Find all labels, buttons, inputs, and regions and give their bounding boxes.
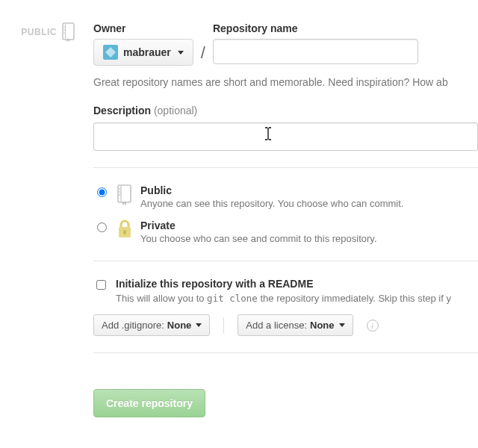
separator-slash: / [201,43,205,63]
lock-icon [117,220,133,241]
readme-checkbox[interactable] [96,280,106,290]
optional-label: (optional) [154,105,197,116]
svg-point-2 [63,26,65,28]
owner-avatar-icon [103,45,118,60]
svg-point-7 [119,188,120,190]
chevron-down-icon [178,51,184,55]
info-icon[interactable]: i [367,320,379,332]
owner-selected: mabrauer [123,46,171,58]
svg-rect-11 [123,230,125,234]
readme-label: Initialize this repository with a README [116,278,313,290]
svg-point-9 [119,194,120,196]
visibility-public-option[interactable]: Public Anyone can see this repository. Y… [93,184,478,209]
repo-icon [61,22,76,42]
svg-rect-0 [63,23,74,40]
name-hint: Great repository names are short and mem… [93,76,478,88]
chevron-down-icon [196,323,202,327]
divider [93,261,478,261]
owner-label: Owner [93,22,193,34]
public-desc: Anyone can see this repository. You choo… [140,198,403,209]
license-select[interactable]: Add a license: None [238,314,353,336]
owner-select[interactable]: mabrauer [93,39,193,66]
license-value: None [310,320,335,331]
public-badge: PUBLIC [21,27,57,37]
private-radio[interactable] [97,223,107,232]
public-title: Public [140,184,403,196]
description-label: Description [93,105,151,116]
divider [93,352,478,353]
divider [93,167,478,168]
description-input[interactable] [93,122,478,151]
divider-vertical [223,317,224,334]
svg-rect-5 [118,185,131,202]
private-title: Private [140,220,377,231]
gitignore-value: None [167,320,192,331]
chevron-down-icon [339,323,345,327]
svg-point-4 [63,32,65,34]
create-repository-button[interactable]: Create repository [93,389,205,417]
gitignore-select[interactable]: Add .gitignore: None [93,314,210,336]
svg-point-3 [63,29,65,31]
repo-name-input[interactable] [213,39,418,64]
svg-point-8 [119,191,120,193]
license-label: Add a license: [246,320,307,331]
readme-desc: This will allow you to git clone the rep… [116,293,451,304]
public-radio[interactable] [97,187,107,197]
repo-public-icon [117,184,133,208]
private-desc: You choose who can see and commit to thi… [140,233,377,244]
repo-name-label: Repository name [213,22,418,34]
visibility-private-option[interactable]: Private You choose who can see and commi… [93,220,478,244]
gitignore-label: Add .gitignore: [102,320,164,331]
